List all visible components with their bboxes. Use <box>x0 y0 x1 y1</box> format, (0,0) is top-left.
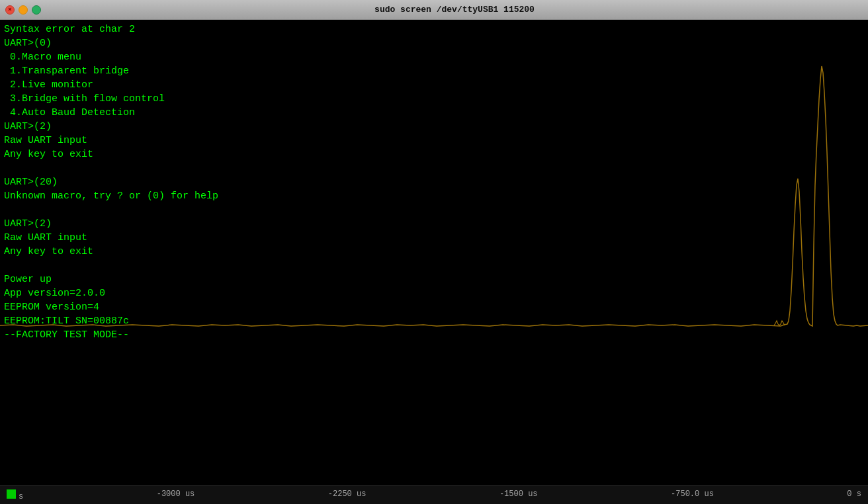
minimize-button[interactable] <box>19 5 28 15</box>
maximize-button[interactable] <box>32 5 41 15</box>
window-controls[interactable]: × <box>5 5 41 15</box>
close-button[interactable]: × <box>5 5 15 15</box>
ruler-labels: s -3000 us -2250 us -1500 us -750.0 us 0… <box>0 489 868 501</box>
time-ruler: s -3000 us -2250 us -1500 us -750.0 us 0… <box>0 485 868 504</box>
cursor-block: s <box>7 489 23 501</box>
ruler-label-3: -1500 us <box>499 489 538 501</box>
ruler-label-2: -2250 us <box>328 489 367 501</box>
terminal-output: Syntax error at char 2 UART>(0) 0.Macro … <box>0 20 868 504</box>
cursor-indicator <box>7 489 16 499</box>
ruler-label-4: -750.0 us <box>671 489 714 501</box>
window-title: sudo screen /dev/ttyUSB1 115200 <box>46 5 863 15</box>
terminal[interactable]: Syntax error at char 2 UART>(0) 0.Macro … <box>0 20 868 504</box>
titlebar: × sudo screen /dev/ttyUSB1 115200 <box>0 0 868 20</box>
ruler-label-1: -3000 us <box>157 489 195 501</box>
ruler-label-5: 0 s <box>847 489 861 501</box>
